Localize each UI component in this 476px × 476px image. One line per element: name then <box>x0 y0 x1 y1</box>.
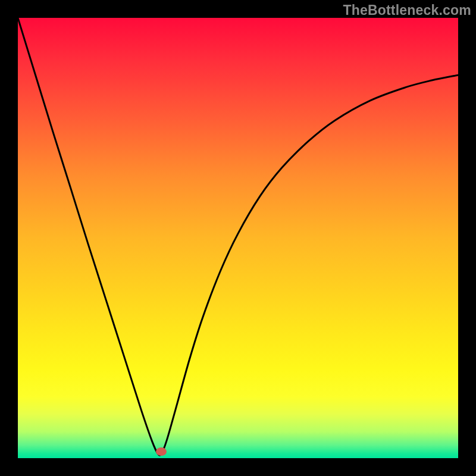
plot-area <box>18 18 458 458</box>
watermark-text: TheBottleneck.com <box>343 2 471 18</box>
chart-frame: TheBottleneck.com <box>0 0 476 476</box>
curve-path <box>18 18 458 455</box>
optimal-point-marker <box>156 447 167 456</box>
bottleneck-curve <box>18 18 458 458</box>
